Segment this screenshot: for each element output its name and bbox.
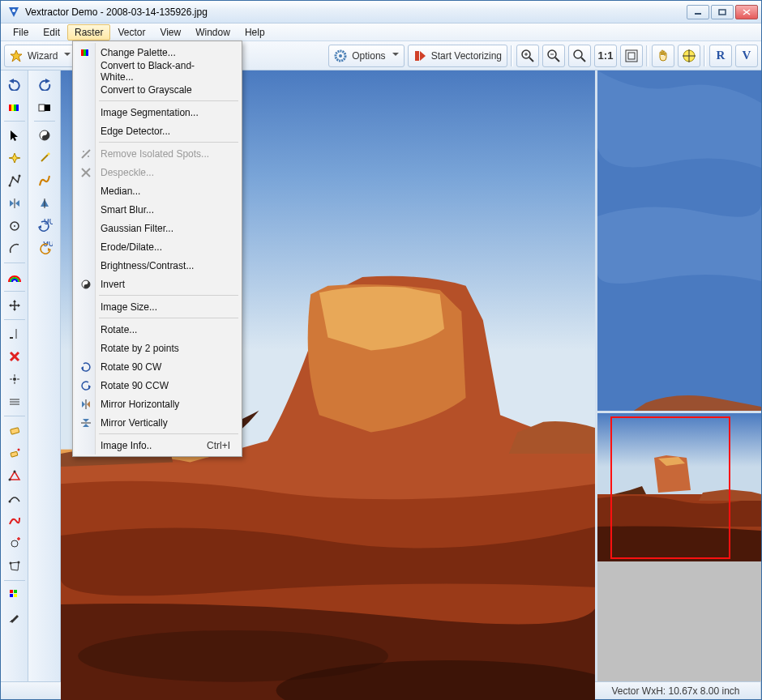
menu-item-image-size[interactable]: Image Size... [75, 297, 240, 316]
eraser-point-tool[interactable] [2, 442, 27, 463]
titlebar: Vextractor Demo - 2008-03-14-135926.jpg [1, 1, 761, 23]
minimize-button[interactable] [687, 5, 709, 19]
svg-point-1 [12, 9, 15, 12]
rotcw-tool[interactable]: 90 [32, 216, 57, 237]
menu-item-gaussian-filter[interactable]: Gaussian Filter... [75, 219, 240, 237]
menu-view[interactable]: View [152, 24, 188, 41]
sparkle-tool[interactable] [2, 147, 27, 169]
svg-rect-66 [14, 590, 17, 593]
svg-rect-24 [9, 105, 11, 111]
invert-tool[interactable] [32, 125, 57, 146]
gear-icon [334, 49, 347, 62]
maximize-button[interactable] [711, 5, 734, 19]
svg-marker-40 [9, 304, 11, 307]
menu-item-convert-to-grayscale[interactable]: Convert to Grayscale [75, 80, 240, 99]
start-vectorizing-button[interactable]: Start Vectorizing [408, 45, 507, 67]
svg-rect-19 [628, 53, 635, 59]
menu-item-rotate-90-ccw[interactable]: Rotate 90 CCW [75, 376, 240, 395]
menu-item-rotate[interactable]: Rotate... [75, 320, 240, 339]
circle-tool[interactable] [2, 216, 27, 237]
move-point-tool[interactable] [2, 369, 27, 390]
curve-tool[interactable] [2, 488, 27, 509]
menu-item-edge-detector[interactable]: Edge Detector... [75, 122, 240, 140]
zoom-in-button[interactable] [516, 45, 539, 67]
svg-text:90: 90 [43, 241, 53, 249]
preview-thumbnail[interactable] [597, 413, 761, 561]
add-point-tool[interactable] [2, 533, 27, 554]
svg-point-56 [13, 471, 15, 473]
svg-marker-39 [13, 309, 16, 311]
svg-point-6 [339, 54, 342, 58]
rotccw-tool[interactable]: 90 [32, 238, 57, 259]
menu-item-remove-isolated-spots: Remove Isolated Spots... [75, 144, 240, 163]
crosshair-button[interactable] [678, 45, 700, 67]
bw-button[interactable] [32, 96, 57, 117]
colors-button[interactable] [2, 96, 27, 117]
menu-item-mirror-vertically[interactable]: Mirror Vertically [75, 413, 240, 432]
path-tool[interactable] [32, 170, 57, 191]
menu-item-brightness-contrast[interactable]: Brightness/Contrast... [75, 256, 240, 275]
zoom-out-button[interactable] [542, 45, 565, 67]
raster-dropdown: Change Palette...Convert to Black-and-Wh… [72, 41, 242, 457]
mirror-h-tool[interactable] [2, 193, 27, 214]
menu-item-erode-dilate[interactable]: Erode/Dilate... [75, 237, 240, 256]
vector-mode-button[interactable]: V [735, 45, 758, 67]
viewport-rect[interactable] [610, 416, 730, 559]
poly-tool[interactable] [2, 170, 27, 191]
delete-tool[interactable] [2, 346, 27, 367]
svg-marker-70 [45, 79, 50, 83]
menu-window[interactable]: Window [188, 24, 238, 41]
menu-raster[interactable]: Raster [67, 24, 110, 41]
menu-item-image-segmentation[interactable]: Image Segmentation... [75, 103, 240, 122]
wizard-button[interactable]: Wizard [4, 45, 76, 67]
svg-marker-38 [13, 300, 16, 302]
menu-item-rotate-90-cw[interactable]: Rotate 90 CW [75, 357, 240, 376]
mirror-v-tool[interactable] [32, 193, 57, 214]
menu-edit[interactable]: Edit [36, 24, 67, 41]
menu-item-convert-to-black-and-white[interactable]: Convert to Black-and-White... [75, 62, 240, 80]
menu-item-smart-blur[interactable]: Smart Blur... [75, 200, 240, 219]
undo-button[interactable] [2, 74, 27, 95]
menu-help[interactable]: Help [238, 24, 272, 41]
tool-column-1 [1, 70, 28, 681]
pointer-tool[interactable] [2, 125, 27, 146]
menu-item-image-info[interactable]: Image Info..Ctrl+I [75, 436, 240, 455]
rotcw-icon [79, 361, 92, 373]
svg-point-37 [14, 225, 15, 227]
menu-item-mirror-horizontally[interactable]: Mirror Horizontally [75, 395, 240, 413]
svg-rect-27 [16, 105, 19, 111]
close-button[interactable] [735, 5, 758, 19]
menu-file[interactable]: File [6, 24, 36, 41]
svg-marker-29 [9, 153, 20, 163]
hlines-tool[interactable] [2, 391, 27, 412]
grid-tool[interactable] [2, 584, 27, 605]
text-cursor-tool[interactable] [2, 323, 27, 344]
triangle-tool[interactable] [2, 465, 27, 486]
options-button[interactable]: Options [328, 45, 404, 67]
arc-tool[interactable] [2, 238, 27, 259]
raster-mode-button[interactable]: R [709, 45, 732, 67]
curve-red-tool[interactable] [2, 510, 27, 531]
poly-closed-tool[interactable] [2, 556, 27, 577]
menu-vector[interactable]: Vector [110, 24, 152, 41]
zoom-button[interactable] [568, 45, 591, 67]
rotccw-icon [79, 379, 92, 392]
menu-item-invert[interactable]: Invert [75, 275, 240, 293]
zoom-actual-button[interactable]: 1:1 [594, 45, 617, 67]
pen-tool[interactable] [2, 607, 27, 628]
menu-item-rotate-by-2-points[interactable]: Rotate by 2 points [75, 339, 240, 357]
mirv-icon [79, 416, 92, 429]
move-tool[interactable] [2, 295, 27, 316]
eraser-tool[interactable] [2, 420, 27, 441]
svg-rect-72 [45, 105, 50, 111]
fit-window-button[interactable] [620, 45, 643, 67]
rainbow-tool[interactable] [2, 267, 27, 288]
wand-tool[interactable] [32, 147, 57, 169]
redo-button[interactable] [32, 74, 57, 95]
svg-rect-68 [14, 594, 17, 597]
svg-line-10 [529, 58, 533, 62]
hand-tool-button[interactable] [652, 45, 674, 67]
menu-item-median[interactable]: Median... [75, 181, 240, 200]
svg-rect-90 [83, 49, 86, 56]
preview-top[interactable] [597, 70, 761, 413]
